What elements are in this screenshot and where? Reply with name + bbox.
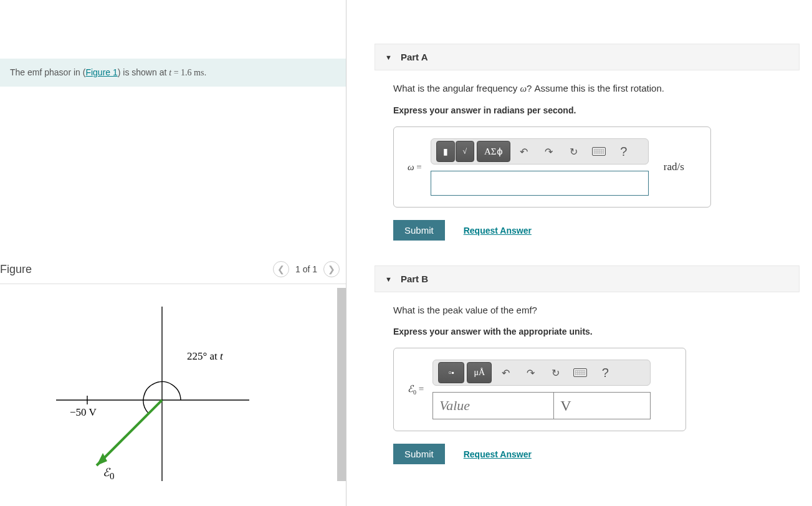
figure-panel: Figure ❮ 1 of 1 ❯ 225° at t bbox=[0, 261, 346, 481]
part-a-actions: Submit Request Answer bbox=[393, 220, 800, 241]
problem-suffix: . bbox=[204, 67, 206, 77]
left-pane: The emf phasor in (Figure 1) is shown at… bbox=[0, 0, 346, 506]
redo-button[interactable]: ↷ bbox=[519, 363, 542, 383]
templates-icon: ▫▪ bbox=[438, 362, 464, 383]
part-b-actions: Submit Request Answer bbox=[393, 444, 800, 464]
problem-unit: ms bbox=[194, 68, 204, 77]
reset-button[interactable]: ↻ bbox=[563, 141, 585, 161]
problem-text-mid: ) is shown at bbox=[118, 67, 169, 77]
part-b-toolbar: ▫▪ μÅ ↶ ↷ ↻ ? bbox=[432, 360, 651, 386]
problem-statement: The emf phasor in (Figure 1) is shown at… bbox=[0, 59, 346, 87]
part-a-request-answer-link[interactable]: Request Answer bbox=[464, 226, 532, 236]
angle-label: 225° at t bbox=[187, 350, 223, 363]
figure-body: 225° at t −50 V ℰ0 bbox=[0, 288, 346, 481]
part-a-input[interactable] bbox=[431, 171, 649, 196]
part-b-unit-input[interactable] bbox=[554, 392, 651, 419]
undo-button[interactable]: ↶ bbox=[513, 141, 535, 161]
help-button[interactable]: ? bbox=[594, 363, 616, 383]
greek-button[interactable]: ΑΣϕ bbox=[477, 141, 510, 162]
part-b-body: What is the peak value of the emf? Expre… bbox=[375, 292, 800, 464]
part-a-unit: rad/s bbox=[664, 161, 684, 173]
part-a-instruction: Express your answer in radians per secon… bbox=[393, 105, 800, 115]
part-a-submit-button[interactable]: Submit bbox=[393, 220, 445, 241]
figure-nav: ❮ 1 of 1 ❯ bbox=[273, 261, 340, 277]
figure-header: Figure ❮ 1 of 1 ❯ bbox=[0, 261, 346, 284]
figure-prev-button[interactable]: ❮ bbox=[273, 261, 289, 277]
figure-next-button[interactable]: ❯ bbox=[323, 261, 340, 277]
keyboard-icon bbox=[592, 147, 606, 156]
figure-counter: 1 of 1 bbox=[295, 264, 317, 274]
fraction-icon: ▮ bbox=[436, 141, 455, 162]
problem-eq: = 1.6 bbox=[171, 68, 194, 77]
right-pane: ▼ Part A What is the angular frequency ω… bbox=[346, 0, 812, 506]
part-a-toolbar: ▮ √ ΑΣϕ ↶ ↷ ↻ ? bbox=[431, 138, 649, 165]
root-icon: √ bbox=[456, 141, 474, 162]
keyboard-icon bbox=[573, 368, 587, 377]
part-b-submit-button[interactable]: Submit bbox=[393, 444, 445, 464]
redo-button[interactable]: ↷ bbox=[538, 141, 560, 161]
part-a-input-block: ▮ √ ΑΣϕ ↶ ↷ ↻ ? bbox=[431, 138, 649, 196]
figure-link[interactable]: Figure 1 bbox=[85, 67, 117, 77]
part-a-title: Part A bbox=[401, 52, 428, 62]
collapse-icon: ▼ bbox=[385, 54, 392, 61]
svg-line-3 bbox=[97, 400, 162, 465]
template-button-group[interactable]: ▫▪ bbox=[438, 362, 464, 383]
part-b-question: What is the peak value of the emf? bbox=[393, 305, 800, 315]
part-b-title: Part B bbox=[401, 274, 428, 284]
part-b-input-block: ▫▪ μÅ ↶ ↷ ↻ ? bbox=[432, 360, 651, 419]
part-b-instruction: Express your answer with the appropriate… bbox=[393, 327, 800, 337]
part-a-body: What is the angular frequency ω? Assume … bbox=[375, 70, 800, 241]
figure-title: Figure bbox=[0, 263, 32, 276]
part-b-request-answer-link[interactable]: Request Answer bbox=[464, 449, 532, 459]
part-a-header[interactable]: ▼ Part A bbox=[375, 44, 800, 70]
part-b-lhs: ℰ0 = bbox=[408, 383, 424, 396]
problem-text-prefix: The emf phasor in ( bbox=[10, 67, 85, 77]
keyboard-button[interactable] bbox=[569, 363, 591, 383]
value-unit-row bbox=[432, 392, 651, 419]
keyboard-button[interactable] bbox=[588, 141, 610, 161]
undo-button[interactable]: ↶ bbox=[494, 363, 517, 383]
part-b-header[interactable]: ▼ Part B bbox=[375, 265, 800, 292]
help-button[interactable]: ? bbox=[613, 141, 635, 161]
phasor-diagram bbox=[37, 294, 262, 481]
template-button-group[interactable]: ▮ √ bbox=[436, 141, 474, 162]
part-a-question: What is the angular frequency ω? Assume … bbox=[393, 83, 800, 94]
part-a-answer-box: ω = ▮ √ ΑΣϕ ↶ ↷ ↻ ? bbox=[393, 126, 711, 208]
units-button[interactable]: μÅ bbox=[467, 362, 492, 383]
voltage-label: −50 V bbox=[70, 406, 97, 419]
part-b-value-input[interactable] bbox=[432, 392, 554, 419]
emf-label: ℰ0 bbox=[103, 465, 115, 482]
part-b-answer-box: ℰ0 = ▫▪ μÅ ↶ ↷ ↻ ? bbox=[393, 348, 686, 431]
part-a-lhs: ω = bbox=[408, 162, 422, 173]
reset-button[interactable]: ↻ bbox=[544, 363, 566, 383]
collapse-icon: ▼ bbox=[385, 275, 392, 283]
app-container: The emf phasor in (Figure 1) is shown at… bbox=[0, 0, 812, 506]
